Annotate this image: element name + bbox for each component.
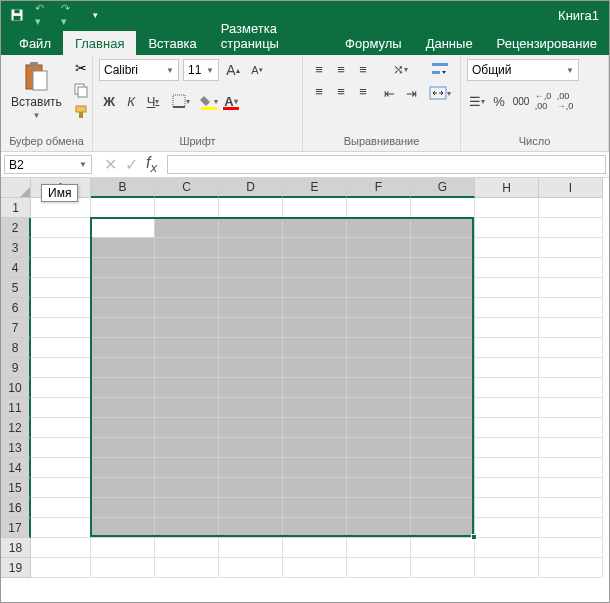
cell[interactable] <box>219 198 283 218</box>
cell[interactable] <box>283 338 347 358</box>
tab-home[interactable]: Главная <box>63 31 136 55</box>
cell[interactable] <box>475 518 539 538</box>
align-right-icon[interactable]: ≡ <box>353 81 373 101</box>
cell[interactable] <box>411 418 475 438</box>
cell[interactable] <box>539 238 603 258</box>
cell[interactable] <box>347 198 411 218</box>
cell[interactable] <box>219 378 283 398</box>
row-header[interactable]: 18 <box>1 538 31 558</box>
underline-button[interactable]: Ч ▾ <box>143 91 163 111</box>
cell[interactable] <box>475 278 539 298</box>
cell[interactable] <box>219 238 283 258</box>
cell[interactable] <box>283 198 347 218</box>
cell[interactable] <box>31 278 91 298</box>
cell[interactable] <box>91 558 155 578</box>
cell[interactable] <box>475 338 539 358</box>
cell[interactable] <box>539 538 603 558</box>
cell[interactable] <box>219 418 283 438</box>
cell[interactable] <box>539 258 603 278</box>
cell[interactable] <box>283 358 347 378</box>
cell[interactable] <box>475 558 539 578</box>
cell[interactable] <box>475 418 539 438</box>
cell[interactable] <box>155 458 219 478</box>
cell[interactable] <box>91 238 155 258</box>
cell[interactable] <box>539 438 603 458</box>
row-header[interactable]: 13 <box>1 438 31 458</box>
number-format-combo[interactable]: Общий▼ <box>467 59 579 81</box>
cell[interactable] <box>219 538 283 558</box>
decrease-indent-icon[interactable]: ⇤ <box>379 83 399 103</box>
fill-handle[interactable] <box>471 534 477 540</box>
cell[interactable] <box>475 378 539 398</box>
cell[interactable] <box>411 338 475 358</box>
cell[interactable] <box>475 358 539 378</box>
accounting-format-icon[interactable]: ☰ ▾ <box>467 91 487 111</box>
cell[interactable] <box>347 518 411 538</box>
column-header[interactable]: H <box>475 178 539 198</box>
row-header[interactable]: 17 <box>1 518 31 538</box>
cell[interactable] <box>347 358 411 378</box>
fill-color-button[interactable]: ▾ <box>199 91 219 111</box>
cell[interactable] <box>347 538 411 558</box>
fx-icon[interactable]: fx <box>146 154 157 175</box>
cell[interactable] <box>283 458 347 478</box>
cell[interactable] <box>155 538 219 558</box>
cell[interactable] <box>31 538 91 558</box>
cancel-formula-icon[interactable]: ✕ <box>104 155 117 174</box>
cell[interactable] <box>475 218 539 238</box>
cell[interactable] <box>347 438 411 458</box>
cell[interactable] <box>155 398 219 418</box>
cell[interactable] <box>539 518 603 538</box>
cell[interactable] <box>475 198 539 218</box>
cell[interactable] <box>31 458 91 478</box>
cell[interactable] <box>283 418 347 438</box>
cell[interactable] <box>475 258 539 278</box>
align-top-icon[interactable]: ≡ <box>309 59 329 79</box>
font-size-combo[interactable]: 11▼ <box>183 59 219 81</box>
cell[interactable] <box>91 458 155 478</box>
align-bottom-icon[interactable]: ≡ <box>353 59 373 79</box>
cell[interactable] <box>219 438 283 458</box>
cell[interactable] <box>283 438 347 458</box>
formula-input[interactable] <box>167 155 606 174</box>
cell[interactable] <box>219 358 283 378</box>
cell[interactable] <box>91 198 155 218</box>
cell[interactable] <box>31 498 91 518</box>
cell[interactable] <box>91 318 155 338</box>
cell[interactable] <box>539 338 603 358</box>
select-all-corner[interactable] <box>1 178 31 198</box>
cell[interactable] <box>31 238 91 258</box>
cell[interactable] <box>31 358 91 378</box>
wrap-text-icon[interactable] <box>427 59 453 79</box>
column-header[interactable]: I <box>539 178 603 198</box>
cell[interactable] <box>347 378 411 398</box>
cell[interactable] <box>475 438 539 458</box>
cell[interactable] <box>91 338 155 358</box>
cell[interactable] <box>155 338 219 358</box>
cell[interactable] <box>475 298 539 318</box>
cell[interactable] <box>283 298 347 318</box>
tab-review[interactable]: Рецензирование <box>485 31 609 55</box>
cell[interactable] <box>219 338 283 358</box>
enter-formula-icon[interactable]: ✓ <box>125 155 138 174</box>
tab-formulas[interactable]: Формулы <box>333 31 414 55</box>
row-header[interactable]: 2 <box>1 218 31 238</box>
row-header[interactable]: 10 <box>1 378 31 398</box>
cell[interactable] <box>283 558 347 578</box>
italic-button[interactable]: К <box>121 91 141 111</box>
cell[interactable] <box>31 558 91 578</box>
cell[interactable] <box>31 218 91 238</box>
increase-font-icon[interactable]: A▴ <box>223 60 243 80</box>
cell[interactable] <box>31 438 91 458</box>
cell[interactable] <box>347 338 411 358</box>
cell[interactable] <box>31 518 91 538</box>
cell[interactable] <box>91 218 155 238</box>
cell[interactable] <box>347 278 411 298</box>
cell[interactable] <box>539 478 603 498</box>
cell[interactable] <box>539 218 603 238</box>
font-name-combo[interactable]: Calibri▼ <box>99 59 179 81</box>
column-header[interactable]: C <box>155 178 219 198</box>
cell[interactable] <box>411 498 475 518</box>
cell[interactable] <box>155 198 219 218</box>
cell[interactable] <box>283 498 347 518</box>
